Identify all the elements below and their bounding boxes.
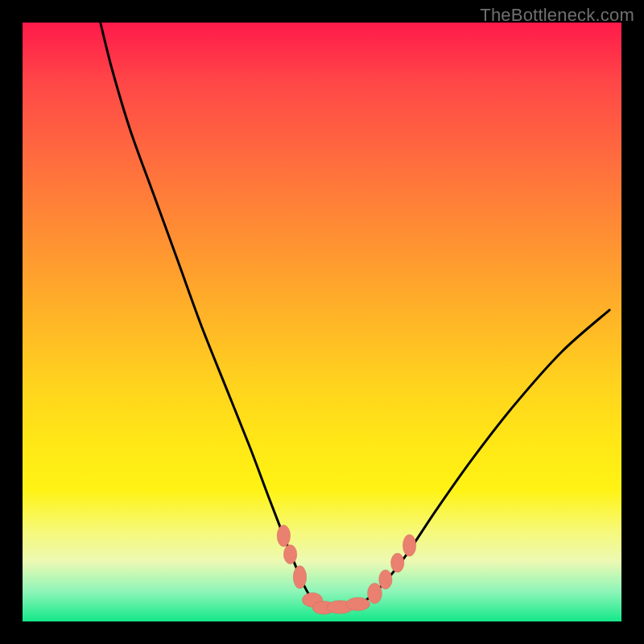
curve-marker: [293, 566, 306, 588]
curve-marker: [283, 545, 296, 564]
curve-marker: [379, 570, 392, 589]
watermark-text: TheBottleneck.com: [480, 5, 634, 26]
chart-area: [23, 23, 621, 621]
curve-marker: [368, 583, 382, 603]
bottleneck-curve: [23, 23, 621, 621]
curve-marker: [391, 553, 404, 572]
curve-marker: [277, 525, 290, 547]
curve-marker: [402, 535, 415, 556]
curve-marker: [346, 597, 370, 610]
